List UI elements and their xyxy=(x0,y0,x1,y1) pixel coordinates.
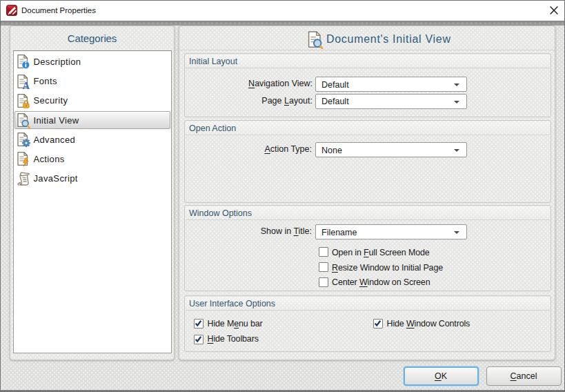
svg-text:A: A xyxy=(22,80,30,90)
